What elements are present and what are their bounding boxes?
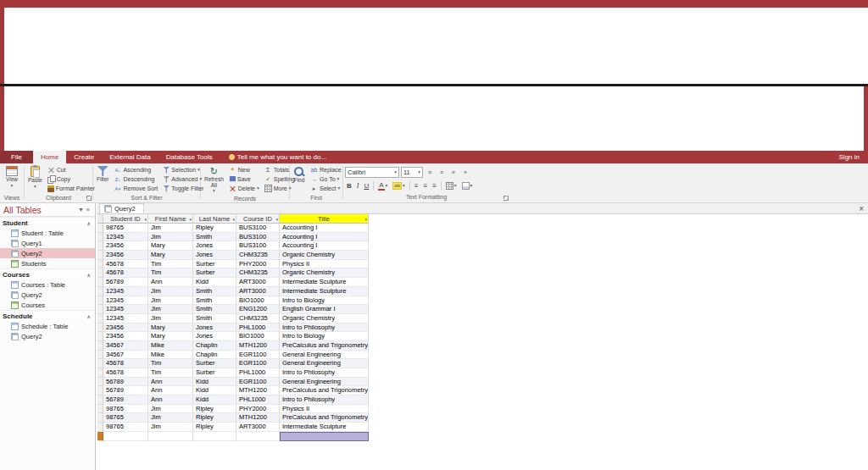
cell[interactable]: Jim [148,405,193,414]
row-selector[interactable] [97,305,103,314]
bullets-button[interactable]: ≡ [425,168,435,178]
column-dropdown-icon[interactable]: ▾ [232,217,235,222]
nav-pane-title[interactable]: All Tables [3,205,78,215]
row-selector[interactable] [97,423,103,432]
cell[interactable]: PreCalculus and Trigonometry [280,341,369,351]
nav-item-query1[interactable]: Query1 [0,238,95,248]
cell[interactable]: Jim [148,314,193,323]
row-selector[interactable] [97,233,103,242]
cell[interactable]: PreCalculus and Trigonometry [280,413,369,423]
italic-button[interactable]: I [355,180,361,191]
cell[interactable]: Ripley [193,224,236,233]
row-selector[interactable] [97,405,103,414]
cell[interactable]: Surber [193,359,236,368]
new-record-marker[interactable] [97,432,103,441]
cell[interactable]: Smith [193,305,236,314]
cell[interactable]: CHM3235 [236,268,280,278]
cell[interactable]: General Engineering [280,359,369,368]
cell[interactable]: Jim [148,224,193,233]
sign-in-button[interactable]: Sign in [831,151,868,163]
underline-button[interactable]: U [362,180,370,191]
column-header-last-name[interactable]: Last Name▾ [193,214,236,224]
cell[interactable]: MTH1200 [236,413,280,423]
font-color-button[interactable]: A ▾ [376,180,389,191]
cell[interactable]: Jim [148,233,193,242]
document-tab-query2[interactable]: Query2 [99,203,144,213]
row-selector[interactable] [97,413,103,423]
row-selector[interactable] [97,378,103,387]
paste-button[interactable]: Paste ▾ [26,165,44,190]
cell[interactable]: 23456 [103,323,148,333]
cell[interactable]: Mary [148,323,193,333]
cell[interactable]: Intro to Biology [280,332,369,341]
go-to-button[interactable]: → Go To ▾ [309,174,343,184]
format-painter-button[interactable]: Format Painter [46,184,97,193]
cell[interactable]: Ripley [193,405,236,414]
column-header-title[interactable]: Title▾ [280,214,369,224]
nav-group-student[interactable]: Student∧ [0,217,95,228]
numbering-button[interactable]: ≡ [437,168,447,178]
cell[interactable]: Smith [193,296,236,306]
nav-item-query2[interactable]: Query2 [0,248,95,258]
filter-button[interactable]: Filter [95,165,110,184]
clipboard-dialog-launcher[interactable] [86,196,92,201]
cell[interactable]: 45678 [103,359,148,368]
tab-home[interactable]: Home [33,151,66,163]
cell[interactable]: CHM3235 [236,251,280,260]
highlight-button[interactable]: ab ▾ [391,180,406,191]
cell[interactable]: 56789 [103,378,148,387]
row-selector[interactable] [97,251,103,260]
font-name-combo[interactable]: Calibri ▾ [345,167,399,178]
indent-decrease-button[interactable]: « [448,168,459,178]
nav-group-schedule[interactable]: Schedule∧ [0,310,95,321]
cell[interactable]: EGR1100 [236,359,280,368]
cell[interactable]: Mary [148,241,193,251]
cell[interactable]: 23456 [103,251,148,260]
cell[interactable]: Mike [148,351,193,360]
view-button[interactable]: View ▾ [2,165,22,189]
cell[interactable] [103,432,148,441]
cell[interactable]: Physics II [280,405,369,414]
cell[interactable]: PHL1000 [236,395,280,405]
cell[interactable]: Organic Chemistry [280,268,369,278]
cell[interactable]: Jim [148,413,193,423]
row-selector[interactable] [97,332,103,341]
cell[interactable]: 12345 [103,287,148,296]
indent-increase-button[interactable]: » [460,168,470,178]
nav-item-students[interactable]: Students [0,258,95,268]
cell[interactable]: Surber [193,268,236,278]
cell[interactable]: 12345 [103,305,148,314]
cell[interactable]: ART3000 [236,278,280,287]
row-selector[interactable] [97,278,103,287]
cell[interactable]: 12345 [103,233,148,242]
cell[interactable]: Smith [193,287,236,296]
cell[interactable]: Physics II [280,260,369,269]
column-header-course-id[interactable]: Course ID▾ [236,214,280,224]
cell[interactable]: Ann [148,386,193,395]
cell[interactable]: Jim [148,305,193,314]
row-selector[interactable] [97,224,103,233]
cell[interactable]: 12345 [103,296,148,306]
cell[interactable]: Mary [148,332,193,341]
row-selector[interactable] [97,386,103,395]
cell[interactable]: PHY2000 [236,405,280,414]
fill-color-button[interactable]: ▾ [460,180,475,191]
cell[interactable]: 23456 [103,241,148,251]
cell[interactable]: Kidd [193,386,236,395]
row-selector[interactable] [97,341,103,351]
column-header-first-name[interactable]: First Name▾ [148,214,193,224]
find-button[interactable]: Find [292,165,307,185]
gridlines-button[interactable]: ▾ [444,180,459,191]
cell[interactable]: PHY2000 [236,260,280,269]
cell[interactable] [148,432,193,441]
cell[interactable]: Organic Chemistry [280,314,369,323]
cell[interactable]: Kidd [193,278,236,287]
cell[interactable]: Tim [148,359,193,368]
close-icon[interactable]: × [859,203,864,214]
chevron-up-icon[interactable]: ∧ [87,272,91,278]
cell[interactable]: Chaplin [193,341,236,351]
ascending-button[interactable]: A↓ Ascending [112,165,159,174]
nav-item-schedule-table[interactable]: Schedule : Table [0,321,95,331]
save-button[interactable]: Save [227,174,261,184]
cell[interactable]: 56789 [103,278,148,287]
